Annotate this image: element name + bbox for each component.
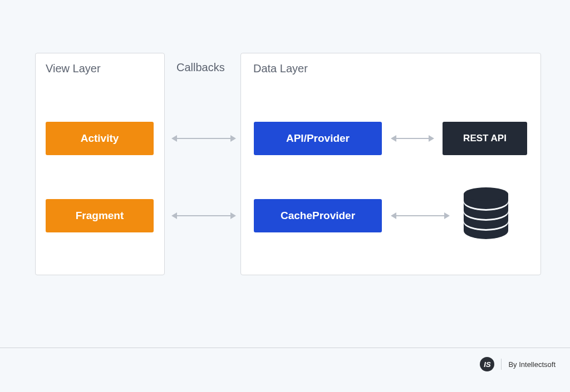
arrow-fragment-cacheprovider xyxy=(177,215,230,216)
fragment-box: Fragment xyxy=(46,199,154,232)
rest-api-box: REST API xyxy=(443,122,527,155)
database-icon xyxy=(462,187,510,245)
view-layer-panel: View Layer xyxy=(35,53,165,275)
data-layer-title: Data Layer xyxy=(253,62,308,75)
footer-divider xyxy=(0,348,570,348)
svg-point-11 xyxy=(464,187,508,201)
activity-box: Activity xyxy=(46,122,154,155)
rest-api-label: REST API xyxy=(463,133,507,144)
arrow-apiprovider-restapi xyxy=(396,138,429,139)
activity-label: Activity xyxy=(81,132,119,145)
api-provider-box: API/Provider xyxy=(254,122,382,155)
callbacks-label: Callbacks xyxy=(176,61,225,74)
api-provider-label: API/Provider xyxy=(286,132,350,145)
arrow-cacheprovider-database xyxy=(396,215,444,216)
arrow-activity-apiprovider xyxy=(177,138,230,139)
brand-mark-icon: IS xyxy=(480,357,494,371)
cache-provider-label: CacheProvider xyxy=(281,210,355,222)
cache-provider-box: CacheProvider xyxy=(254,199,382,232)
fragment-label: Fragment xyxy=(76,210,124,222)
brand-mark-glyph: IS xyxy=(484,360,490,369)
attribution-text: By Intellectsoft xyxy=(508,360,556,369)
diagram-canvas: View Layer Data Layer Callbacks Activity… xyxy=(0,0,570,392)
view-layer-title: View Layer xyxy=(46,62,101,75)
attribution-separator xyxy=(501,359,502,370)
attribution: IS By Intellectsoft xyxy=(480,357,556,371)
